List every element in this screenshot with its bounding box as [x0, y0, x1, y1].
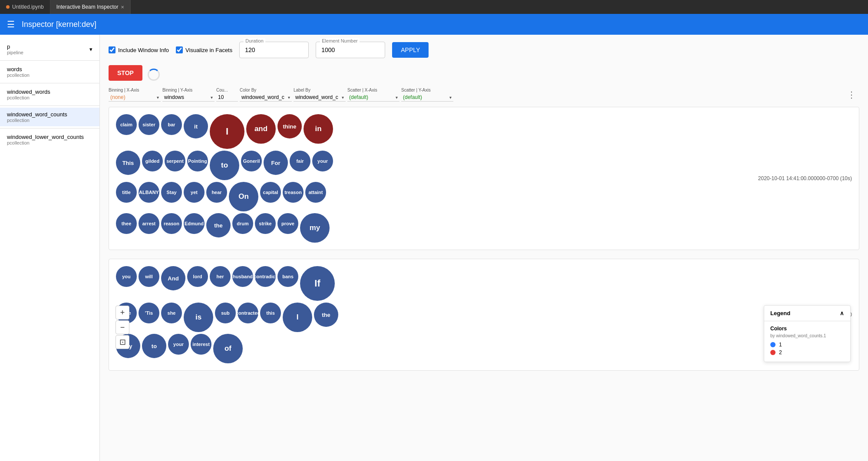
word-bubble: I	[283, 303, 312, 332]
scatter-y-value: (default)	[403, 94, 422, 100]
word-bubble: to	[142, 334, 166, 358]
binning-x-select[interactable]: (none) ▾	[109, 93, 161, 102]
scatter-y-chevron: ▾	[449, 95, 452, 100]
duration-label: Duration	[244, 38, 265, 43]
legend-title: Legend	[770, 310, 790, 316]
word-bubble: your	[312, 151, 333, 171]
topbar: ☰ Inspector [kernel:dev]	[0, 14, 868, 35]
apply-button[interactable]: APPLY	[392, 42, 429, 58]
tab-beam[interactable]: Interactive Beam Inspector ✕	[50, 0, 131, 14]
word-bubble: her	[210, 266, 231, 287]
legend-collapse-icon[interactable]: ∧	[840, 310, 844, 316]
word-bubble: reason	[161, 213, 182, 234]
sidebar-item-words[interactable]: words pcollection	[0, 63, 99, 81]
include-window-info-checkbox[interactable]	[109, 46, 116, 53]
content-wrapper: claimsisterbaritIandthineinThisgildedser…	[109, 107, 859, 371]
element-number-label: Element Number	[320, 38, 360, 43]
word-bubble: to	[210, 151, 239, 180]
binning-y-select[interactable]: windows ▾	[162, 93, 215, 102]
color-by-chevron: ▾	[288, 95, 290, 100]
word-bubble: contradict	[255, 266, 276, 287]
sidebar-header[interactable]: p pipeline ▾	[0, 40, 99, 59]
cloud-panel-2: youwillAndlordherhusbandcontradictbansIf…	[109, 259, 859, 371]
scatter-x-value: (default)	[349, 94, 368, 100]
legend-label-2: 2	[779, 349, 782, 356]
scatter-y-select[interactable]: (default) ▾	[401, 93, 453, 102]
stop-button[interactable]: STOP	[109, 65, 142, 81]
chevron-down-icon: ▾	[89, 46, 92, 53]
word-bubble: This	[116, 151, 140, 175]
word-bubble: contracted	[238, 303, 258, 323]
word-bubble: your	[168, 334, 189, 355]
legend-label-1: 1	[779, 342, 782, 348]
scatter-x-group: Scatter | X-Axis (default) ▾	[347, 88, 399, 102]
sidebar-divider-2	[0, 83, 99, 83]
label-by-value: windowed_word_c	[295, 94, 338, 100]
word-bubble: interest	[191, 334, 211, 355]
word-bubble: title	[116, 182, 137, 203]
sidebar-item-windowed-lower-word-counts-sub: pcollection	[7, 140, 92, 145]
close-tab-beam[interactable]: ✕	[121, 5, 124, 10]
word-bubble: sister	[139, 114, 159, 135]
more-options-icon[interactable]: ⋮	[844, 88, 859, 102]
word-bubble: the	[206, 213, 231, 237]
count-select[interactable]: 10	[216, 93, 238, 102]
sidebar: p pipeline ▾ words pcollection windowed_…	[0, 35, 100, 461]
word-bubble: hear	[206, 182, 227, 203]
visualize-in-facets-label[interactable]: Visualize in Facets	[176, 46, 232, 53]
word-bubble: fair	[290, 151, 310, 171]
scatter-x-select[interactable]: (default) ▾	[347, 93, 399, 102]
color-by-select[interactable]: windowed_word_c ▾	[240, 93, 292, 102]
word-bubble: thine	[277, 114, 302, 138]
binning-y-label: Binning | Y-Axis	[162, 88, 215, 92]
sidebar-item-windowed-lower-word-counts[interactable]: windowed_lower_word_counts pcollection	[0, 130, 99, 149]
zoom-out-button[interactable]: −	[116, 320, 129, 334]
sidebar-item-windowed-words[interactable]: windowed_words pcollection	[0, 85, 99, 104]
cloud-timestamp-1: 2020-10-01 14:41:00.000000-0700 (10s)	[758, 175, 852, 181]
label-by-group: Label By windowed_word_c ▾	[294, 88, 346, 102]
legend-colors-title: Colors	[770, 326, 844, 332]
sidebar-divider-3	[0, 105, 99, 106]
hamburger-icon[interactable]: ☰	[7, 19, 15, 30]
main-layout: p pipeline ▾ words pcollection windowed_…	[0, 35, 868, 461]
fit-button[interactable]: ⊡	[116, 335, 129, 349]
include-window-info-label[interactable]: Include Window Info	[109, 46, 169, 53]
duration-input[interactable]: 120	[239, 42, 309, 58]
content-area: Include Window Info Visualize in Facets …	[100, 35, 868, 461]
scatter-y-label: Scatter | Y-Axis	[401, 88, 453, 92]
element-number-field: Element Number 1000	[316, 42, 385, 58]
sidebar-item-words-sub: pcollection	[7, 72, 92, 78]
color-by-value: windowed_word_c	[241, 94, 284, 100]
legend-colors-subtitle: by windowed_word_counts.1	[770, 333, 844, 338]
tab-untitled[interactable]: Untitled.ipynb	[0, 0, 50, 14]
visualize-in-facets-checkbox[interactable]	[176, 46, 183, 53]
word-bubble: prove	[277, 213, 298, 234]
cloud-panel-1: claimsisterbaritIandthineinThisgildedser…	[109, 107, 859, 250]
topbar-title: Inspector [kernel:dev]	[22, 20, 96, 29]
vis-controls-row: Binning | X-Axis (none) ▾ Binning | Y-Ax…	[109, 88, 859, 102]
word-bubble: my	[300, 213, 330, 243]
word-bubble: yet	[184, 182, 205, 203]
word-bubble: in	[304, 114, 333, 144]
word-bubble: the	[314, 303, 338, 327]
legend-dot-1	[770, 342, 776, 347]
word-bubble: On	[229, 182, 258, 211]
sidebar-item-windowed-word-counts[interactable]: windowed_word_counts pcollection	[0, 108, 99, 126]
count-group: Cou... 10	[216, 88, 238, 102]
label-by-select[interactable]: windowed_word_c ▾	[294, 93, 346, 102]
word-bubble: and	[246, 114, 276, 144]
binning-x-value: (none)	[110, 94, 125, 100]
scatter-x-label: Scatter | X-Axis	[347, 88, 399, 92]
zoom-in-button[interactable]: +	[116, 306, 129, 319]
scatter-y-group: Scatter | Y-Axis (default) ▾	[401, 88, 453, 102]
include-window-info-text: Include Window Info	[118, 47, 169, 53]
element-number-input[interactable]: 1000	[316, 42, 385, 58]
loading-spinner	[148, 69, 160, 81]
sidebar-item-windowed-word-counts-sub: pcollection	[7, 118, 92, 123]
color-by-group: Color By windowed_word_c ▾	[240, 88, 292, 102]
word-bubble: gilded	[142, 151, 163, 171]
word-bubble: she	[161, 303, 182, 323]
word-bubble: capital	[260, 182, 281, 203]
sidebar-item-windowed-word-counts-label: windowed_word_counts	[7, 111, 92, 118]
sidebar-item-words-label: words	[7, 66, 92, 72]
